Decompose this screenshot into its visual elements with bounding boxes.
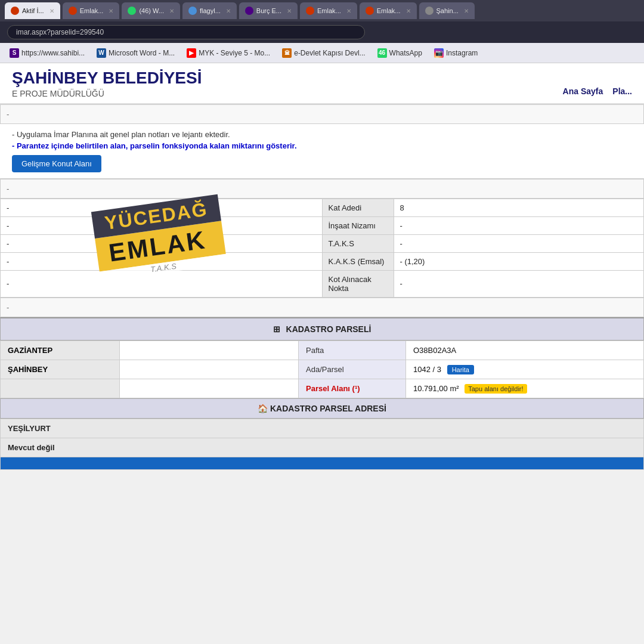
- prop-right-label-2: İnşaat Nizamı: [322, 216, 394, 234]
- nav-pla[interactable]: Pla...: [612, 86, 632, 96]
- properties-table: - Kat Adedi 8 - İnşaat Nizamı - - T.A.K.…: [0, 199, 644, 298]
- bookmark-icon-sahibi: S: [10, 48, 19, 58]
- tab-close[interactable]: ✕: [49, 8, 54, 14]
- bookmark-word[interactable]: W Microsoft Word - M...: [92, 47, 179, 60]
- dash-cell: -: [1, 104, 644, 123]
- dash-cell3: -: [1, 298, 644, 317]
- table-row: GAZİANTEP Pafta O38B02A3A: [1, 340, 644, 360]
- kadastro-table: GAZİANTEP Pafta O38B02A3A ŞAHİNBEY Ada/P…: [0, 340, 644, 398]
- tab-icon-wa: [128, 7, 136, 15]
- addr-label-1: YEŞİLYURT: [1, 419, 644, 438]
- main-content: - - Uygulama İmar Planına ait genel plan…: [0, 104, 644, 470]
- tab-icon-burc: [245, 7, 253, 15]
- address-table: YEŞİLYURT Mevcut değil: [0, 419, 644, 470]
- tab-close[interactable]: ✕: [464, 8, 469, 14]
- adaparsel-value: 1042 / 3 Harita: [406, 360, 644, 379]
- prop-right-label-5: Kot Alınacak Nokta: [322, 270, 394, 297]
- tab-label: (46) W...: [139, 7, 164, 14]
- prop-right-label-1: Kat Adedi: [322, 199, 394, 216]
- bottom-dash-table: -: [0, 298, 644, 317]
- kadastro-icon: ⊞: [273, 324, 280, 334]
- tab-icon-aktif: [11, 7, 19, 15]
- tab-flagyl[interactable]: flagyl... ✕: [182, 2, 237, 19]
- table-row: - İnşaat Nizamı -: [1, 216, 644, 234]
- adaparsel-label: Ada/Parsel: [299, 360, 406, 379]
- prop-left-1: -: [1, 199, 323, 216]
- pafta-label: Pafta: [299, 340, 406, 360]
- tapu-badge: Tapu alanı değildir!: [465, 384, 527, 394]
- bookmark-label: Instagram: [446, 49, 478, 57]
- second-dash-table: -: [0, 179, 644, 199]
- tab-emlak2[interactable]: Emlak... ✕: [300, 2, 357, 19]
- site-subtitle: E PROJE MÜDÜRLÜĞÜ: [12, 89, 202, 98]
- tab-burc[interactable]: Burç E... ✕: [239, 2, 298, 19]
- bookmark-icon-whatsapp: 46: [377, 48, 387, 58]
- bookmark-label: WhatsApp: [389, 49, 422, 57]
- blue-button-row: [1, 457, 644, 469]
- tab-label: Aktif İ...: [22, 7, 44, 14]
- bookmark-sahibi[interactable]: S https://www.sahibi...: [5, 47, 89, 60]
- tab-label: Burç E...: [256, 7, 281, 14]
- nav-links: Ana Sayfa Pla...: [563, 86, 632, 98]
- table-row: YEŞİLYURT: [1, 419, 644, 438]
- tab-sahin[interactable]: Şahin... ✕: [419, 2, 475, 19]
- table-row: - T.A.K.S -: [1, 234, 644, 252]
- tab-icon-emlak3: [366, 7, 374, 15]
- bookmark-icon-myk: ▶: [187, 48, 196, 58]
- bookmark-icon-edevlet: 🏛: [282, 48, 292, 58]
- bookmark-myk[interactable]: ▶ MYK - Seviye 5 - Mo...: [182, 47, 275, 60]
- tab-close[interactable]: ✕: [346, 8, 351, 14]
- tab-label: Emlak...: [80, 7, 104, 14]
- tab-icon-flagyl: [188, 7, 197, 15]
- tab-close[interactable]: ✕: [406, 8, 411, 14]
- table-row: - K.A.K.S (Emsal) - (1,20): [1, 252, 644, 270]
- table-row: - Kat Adedi 8: [1, 199, 644, 216]
- bookmarks-bar: S https://www.sahibi... W Microsoft Word…: [0, 43, 644, 63]
- info-line2: - Uygulama İmar Planına ait genel plan n…: [12, 130, 632, 139]
- house-icon: 🏠: [258, 404, 268, 413]
- prop-left-5: -: [1, 270, 323, 297]
- tab-label: Şahin...: [436, 7, 459, 14]
- gaziantep-cell: GAZİANTEP: [1, 340, 120, 360]
- prop-right-label-3: T.A.K.S: [322, 234, 394, 252]
- kadastro-title: KADASTRO PARSELİ: [286, 324, 371, 334]
- tab-emlak3[interactable]: Emlak... ✕: [360, 2, 417, 19]
- harita-badge[interactable]: Harita: [447, 365, 474, 374]
- dash-cell2: -: [1, 179, 644, 198]
- table-row: -: [1, 104, 644, 123]
- url-input[interactable]: [7, 25, 365, 39]
- tab-close[interactable]: ✕: [287, 8, 292, 14]
- table-row: -: [1, 179, 644, 198]
- parsel-address-header: 🏠 KADASTRO PARSEL ADRESİ: [0, 398, 644, 419]
- tab-aktif[interactable]: Aktif İ... ✕: [5, 2, 60, 19]
- bookmark-whatsapp[interactable]: 46 WhatsApp: [373, 47, 427, 60]
- bookmark-label: e-Devlet Kapısı Devl...: [294, 49, 365, 57]
- bookmark-icon-instagram: 📷: [434, 48, 444, 58]
- sahinbey-value: [120, 360, 299, 379]
- info-line3: - Parantez içinde belirtilen alan, parse…: [12, 141, 632, 150]
- address-bar: [0, 21, 644, 43]
- table-row: [1, 457, 644, 469]
- prop-left-3: -: [1, 234, 323, 252]
- tab-icon-sahin: [425, 7, 434, 15]
- parsel-alani-value: 10.791,00 m² Tapu alanı değildir!: [406, 379, 644, 398]
- pafta-value: O38B02A3A: [406, 340, 644, 360]
- nav-anasayfa[interactable]: Ana Sayfa: [563, 86, 603, 96]
- site-title: ŞAHİNBEY BELEDİYESİ: [12, 69, 202, 88]
- tab-close[interactable]: ✕: [226, 8, 231, 14]
- table-row: ŞAHİNBEY Ada/Parsel 1042 / 3 Harita: [1, 360, 644, 379]
- bookmark-label: MYK - Seviye 5 - Mo...: [199, 49, 270, 57]
- tab-wa[interactable]: (46) W... ✕: [122, 2, 180, 19]
- bookmark-edevlet[interactable]: 🏛 e-Devlet Kapısı Devl...: [277, 47, 370, 60]
- tab-emlak1[interactable]: Emlak... ✕: [63, 2, 120, 19]
- prop-left-2: -: [1, 216, 323, 234]
- addr-label-2: Mevcut değil: [1, 438, 644, 457]
- tab-close[interactable]: ✕: [109, 8, 113, 14]
- prop-right-value-2: -: [394, 216, 644, 234]
- parsel-alani-red-label: Parsel Alanı (¹): [306, 384, 360, 393]
- tab-close[interactable]: ✕: [169, 8, 174, 14]
- parsel-address-title: KADASTRO PARSEL ADRESİ: [270, 404, 386, 413]
- table-row: Parsel Alanı (¹) 10.791,00 m² Tapu alanı…: [1, 379, 644, 398]
- bookmark-instagram[interactable]: 📷 Instagram: [429, 47, 482, 60]
- konut-button[interactable]: Gelişme Konut Alanı: [12, 155, 101, 172]
